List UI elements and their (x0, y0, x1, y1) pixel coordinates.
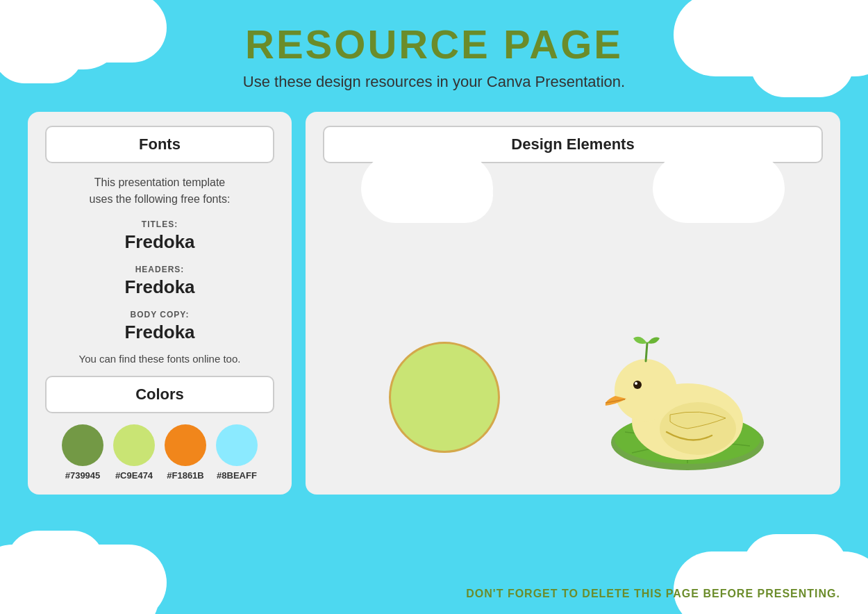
headers-font-entry: HEADERS: Fredoka (45, 263, 274, 298)
color-circle (62, 424, 103, 466)
color-swatches: #739945#C9E474#F1861B#8BEAFF (45, 424, 274, 481)
color-hex-label: #C9E474 (115, 470, 153, 481)
svg-point-6 (660, 402, 736, 455)
body-font-name: Fredoka (45, 322, 274, 343)
page-title: RESOURCE PAGE (0, 21, 868, 67)
left-panel: Fonts This presentation template uses th… (28, 112, 292, 495)
color-circle (113, 424, 155, 466)
headers-label: HEADERS: (135, 265, 185, 274)
svg-point-9 (635, 382, 637, 385)
right-panel: Design Elements (306, 112, 840, 495)
body-font-entry: BODY COPY: Fredoka (45, 308, 274, 343)
color-swatch-item: #8BEAFF (216, 424, 258, 481)
page-subtitle: Use these design resources in your Canva… (0, 73, 868, 91)
color-hex-label: #739945 (65, 470, 101, 481)
headers-font-name: Fredoka (45, 276, 274, 298)
color-circle (165, 424, 206, 466)
svg-point-7 (615, 359, 677, 422)
svg-point-8 (633, 381, 642, 389)
color-swatch-item: #C9E474 (113, 424, 155, 481)
panel-cloud-tr-2 (681, 167, 771, 223)
duck-illustration (590, 293, 785, 474)
color-swatch-item: #739945 (62, 424, 103, 481)
fonts-header-button[interactable]: Fonts (45, 126, 274, 163)
color-circle (216, 424, 258, 466)
footer-note: DON'T FORGET TO DELETE THIS PAGE BEFORE … (466, 588, 840, 600)
fonts-description: This presentation template uses the foll… (45, 174, 274, 208)
colors-section: Colors #739945#C9E474#F1861B#8BEAFF (45, 376, 274, 481)
bg-cloud-bl-3 (7, 531, 104, 593)
color-hex-label: #F1861B (167, 470, 203, 481)
titles-font-entry: TITLES: Fredoka (45, 217, 274, 253)
color-hex-label: #8BEAFF (217, 470, 257, 481)
page-header: RESOURCE PAGE Use these design resources… (0, 0, 868, 91)
titles-label: TITLES: (142, 219, 178, 229)
body-label: BODY COPY: (131, 310, 190, 320)
panel-cloud-tl-2 (403, 167, 493, 223)
main-content: Fonts This presentation template uses th… (28, 112, 840, 495)
colors-header-button[interactable]: Colors (45, 376, 274, 413)
color-swatch-item: #F1861B (165, 424, 206, 481)
svg-line-11 (646, 343, 647, 361)
find-fonts-text: You can find these fonts online too. (45, 353, 274, 365)
titles-font-name: Fredoka (45, 231, 274, 253)
green-circle-element (389, 342, 500, 453)
